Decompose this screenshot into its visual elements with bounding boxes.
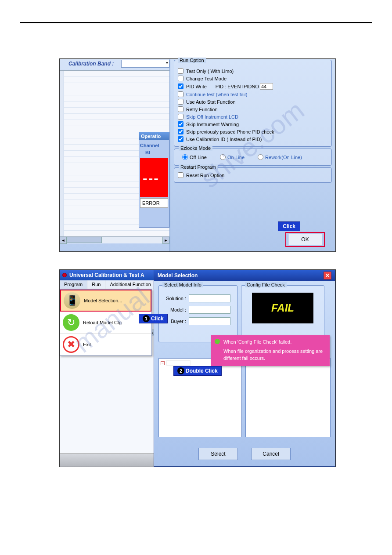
skip-warn-checkbox[interactable] — [178, 121, 183, 127]
status-dashes: --- — [143, 170, 159, 186]
close-icon: ✖ — [63, 336, 79, 353]
auto-stat-checkbox[interactable] — [178, 99, 183, 105]
rework-radio[interactable] — [258, 154, 263, 160]
change-test-label: Change Test Mode — [186, 76, 227, 81]
scroll-right-icon[interactable]: ► — [162, 237, 169, 244]
use-calib-checkbox[interactable] — [178, 136, 183, 142]
note-line1: When 'Config File Check' failed. — [223, 339, 325, 345]
window-title: Universal Calibration & Test A — [69, 272, 144, 278]
step-1-badge: 1 — [143, 315, 150, 322]
rework-label: Rework(On-Line) — [265, 155, 302, 160]
pid-write-label: PID Write — [186, 84, 207, 89]
list-panel[interactable] — [245, 358, 331, 437]
screenshot-2: Universal Calibration & Test A Program R… — [59, 269, 336, 467]
horizontal-scrollbar[interactable]: ◄ ► — [60, 236, 169, 243]
auto-stat-label: Use Auto Stat Function — [186, 99, 236, 105]
dialog-close-icon[interactable]: ✕ — [324, 272, 331, 279]
reload-icon: ↻ — [63, 314, 79, 331]
click-1-annotation: 1 Click — [139, 314, 168, 323]
solution-label: Solution : — [162, 296, 189, 301]
phone-icon: 📱 — [64, 292, 80, 309]
exit-label: Exit — [83, 342, 91, 347]
reset-run-checkbox[interactable] — [178, 172, 183, 178]
dialog-title: Model Selection — [158, 272, 198, 279]
pid-input[interactable] — [260, 83, 273, 90]
pid-label: PID : EVENTPIDNO — [216, 84, 259, 89]
cancel-button[interactable]: Cancel — [251, 448, 291, 460]
restart-legend: Restart Program — [179, 164, 218, 170]
double-click-annotation: 2 Double Click — [173, 366, 222, 376]
operation-panel: Operatio Channel BI --- ERROR — [139, 132, 169, 228]
buyer-input[interactable] — [189, 317, 230, 325]
click-1-label: Click — [151, 316, 164, 322]
continue-test-checkbox[interactable] — [178, 91, 183, 97]
menu-item-exit[interactable]: ✖ Exit — [60, 334, 151, 355]
restart-fieldset: Restart Program Reset Run Option — [174, 167, 332, 183]
menu-item-reload[interactable]: ↻ Reload Model Cfg — [60, 312, 151, 334]
click-annotation: Click — [278, 221, 300, 231]
operation-title: Operatio — [139, 132, 169, 140]
select-model-legend: Select Model Info — [162, 282, 203, 287]
model-input[interactable] — [189, 306, 230, 314]
error-box: ERROR — [140, 198, 168, 208]
offline-radio[interactable] — [182, 154, 188, 160]
retry-label: Retry Function — [186, 107, 218, 112]
skip-lcd-label: Skip Off Instrument LCD — [186, 114, 238, 120]
dialog-titlebar: Model Selection ✕ — [154, 270, 335, 281]
skip-pid-checkbox[interactable] — [178, 129, 183, 134]
use-calib-label: Use Calibration ID ( Instead of PID) — [186, 137, 262, 142]
bi-label: BI — [139, 149, 169, 157]
double-click-label: Double Click — [186, 368, 218, 374]
online-radio[interactable] — [220, 154, 226, 160]
fail-indicator: FAIL — [252, 293, 313, 323]
scroll-thumb[interactable] — [67, 237, 102, 243]
app-icon — [62, 273, 67, 277]
status-red-box: --- — [140, 158, 168, 197]
skip-pid-label: Skip previously passed Phone PID check — [186, 129, 274, 134]
select-button[interactable]: Select — [198, 448, 238, 460]
config-check-fieldset: Config File Check FAIL — [241, 285, 324, 342]
ezlooks-legend: Ezlooks Mode — [179, 145, 212, 151]
offline-label: Off-Line — [190, 155, 207, 160]
retry-checkbox[interactable] — [178, 106, 183, 112]
change-test-checkbox[interactable] — [178, 76, 183, 81]
step-2-badge: 2 — [177, 367, 184, 374]
config-check-legend: Config File Check — [245, 282, 287, 287]
ok-button[interactable]: OK — [288, 234, 322, 245]
continue-test-label: Continue test (when test fail) — [186, 92, 247, 97]
tree-collapse-icon[interactable]: − — [161, 361, 165, 365]
solution-input[interactable] — [189, 294, 230, 302]
ezlooks-fieldset: Ezlooks Mode Off-Line On-Line Rework(On-… — [174, 149, 332, 166]
skip-warn-label: Skip Instrument Warning — [186, 122, 239, 127]
model-selection-dialog: Model Selection ✕ Select Model Info Solu… — [154, 270, 335, 467]
reset-run-label: Reset Run Option — [186, 173, 224, 178]
screenshot-1: Calibration Band : ◄ ► Operatio Channel … — [59, 58, 336, 252]
model-label: Model : — [162, 307, 189, 312]
calibration-band-select[interactable] — [121, 60, 169, 68]
note-line2: When file organization and process setti… — [223, 348, 325, 362]
select-model-fieldset: Select Model Info Solution : Model : Buy… — [158, 285, 237, 342]
test-only-checkbox[interactable] — [178, 68, 183, 74]
program-dropdown: 📱 Model Selection... ↻ Reload Model Cfg … — [60, 289, 152, 356]
pid-write-checkbox[interactable] — [178, 83, 183, 89]
skip-lcd-checkbox[interactable] — [178, 114, 183, 120]
calibration-band-label: Calibration Band : — [68, 61, 114, 67]
menu-additional[interactable]: Additional Function — [105, 280, 156, 289]
test-only-label: Test Only ( With Limo) — [186, 69, 234, 74]
reload-label: Reload Model Cfg — [83, 320, 122, 325]
model-selection-label: Model Selection... — [84, 298, 122, 303]
channel-label: Channel — [139, 140, 169, 149]
scroll-left-icon[interactable]: ◄ — [60, 237, 67, 244]
run-option-legend: Run Option — [178, 58, 206, 63]
options-panel: Run Option Test Only ( With Limo) Change… — [169, 59, 335, 251]
online-label: On-Line — [227, 155, 245, 160]
fail-note: When 'Config File Check' failed. When fi… — [211, 335, 330, 366]
note-bullet-icon — [215, 339, 220, 344]
menu-run[interactable]: Run — [87, 280, 105, 289]
menu-item-model-selection[interactable]: 📱 Model Selection... — [60, 290, 151, 312]
horizontal-rule — [20, 22, 372, 23]
menu-program[interactable]: Program — [60, 280, 87, 289]
